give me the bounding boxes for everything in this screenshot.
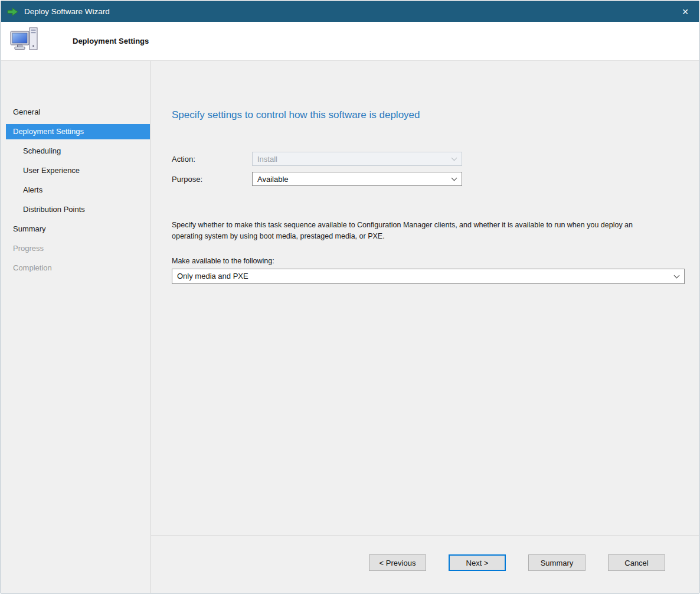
availability-value: Only media and PXE: [177, 272, 675, 280]
chevron-down-icon: [674, 272, 680, 278]
sidebar-item-scheduling[interactable]: Scheduling: [1, 143, 150, 159]
purpose-label: Purpose:: [172, 175, 252, 184]
make-available-label: Make available to the following:: [172, 257, 685, 265]
close-icon: ✕: [682, 7, 689, 17]
page-title: Deployment Settings: [73, 37, 149, 45]
description-text: Specify whether to make this task sequen…: [172, 220, 647, 242]
cancel-button[interactable]: Cancel: [608, 554, 665, 571]
page-heading: Specify settings to control how this sof…: [172, 109, 685, 121]
chevron-down-icon: [452, 155, 457, 161]
titlebar: Deploy Software Wizard ✕: [1, 1, 699, 22]
wizard-header: Deployment Settings: [1, 22, 699, 61]
wizard-body: General Deployment Settings Scheduling U…: [1, 61, 699, 593]
sidebar-item-distribution-points[interactable]: Distribution Points: [1, 202, 150, 217]
next-button[interactable]: Next >: [449, 554, 506, 571]
availability-select[interactable]: Only media and PXE: [172, 269, 685, 284]
deployment-settings-form: Action: Install Purpose: Available: [172, 152, 685, 192]
sidebar-item-summary[interactable]: Summary: [1, 221, 150, 237]
action-select: Install: [252, 152, 462, 166]
sidebar-item-user-experience[interactable]: User Experience: [1, 163, 150, 178]
purpose-row: Purpose: Available: [172, 172, 685, 186]
action-label: Action:: [172, 155, 252, 164]
close-button[interactable]: ✕: [672, 1, 699, 22]
computer-icon: [9, 27, 40, 56]
sidebar-item-general[interactable]: General: [1, 105, 150, 120]
action-row: Action: Install: [172, 152, 685, 166]
sidebar-item-completion: Completion: [1, 260, 150, 276]
wizard-content: Specify settings to control how this sof…: [151, 61, 699, 593]
sidebar-item-progress: Progress: [1, 241, 150, 256]
purpose-select[interactable]: Available: [252, 172, 462, 186]
sidebar-item-deployment-settings[interactable]: Deployment Settings: [6, 124, 150, 139]
chevron-down-icon: [452, 175, 457, 181]
content-spacer: [172, 284, 685, 536]
window-title: Deploy Software Wizard: [24, 7, 110, 16]
action-value: Install: [257, 155, 452, 164]
deploy-arrow-icon: [7, 7, 19, 17]
previous-button[interactable]: < Previous: [369, 554, 426, 571]
wizard-footer: < Previous Next > Summary Cancel: [151, 536, 699, 593]
summary-button[interactable]: Summary: [528, 554, 585, 571]
deploy-software-wizard-window: Deploy Software Wizard ✕: [1, 1, 699, 593]
sidebar-item-alerts[interactable]: Alerts: [1, 182, 150, 198]
purpose-value: Available: [257, 175, 452, 184]
wizard-steps-sidebar: General Deployment Settings Scheduling U…: [1, 61, 151, 593]
